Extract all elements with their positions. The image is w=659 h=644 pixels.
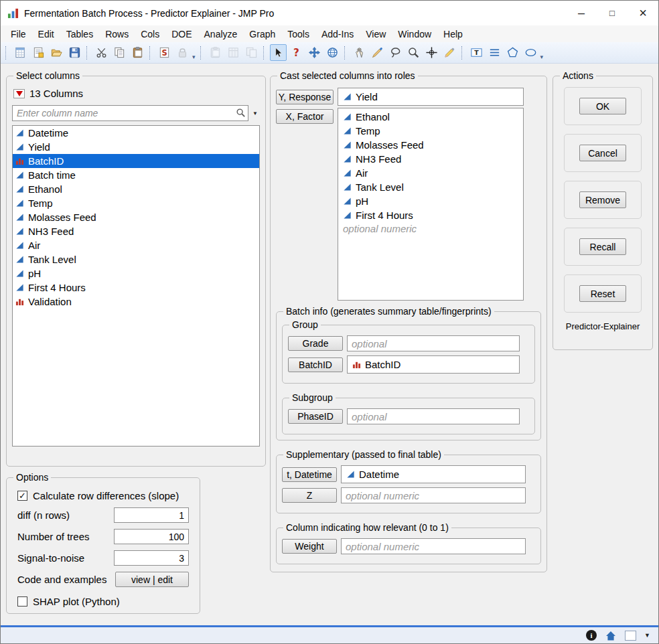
num-trees-input[interactable]: [114, 529, 189, 544]
paste-special-icon[interactable]: [207, 44, 224, 61]
column-item-batchid[interactable]: BatchID: [13, 154, 259, 168]
magnifier-tool-icon[interactable]: [405, 44, 422, 61]
paste-icon[interactable]: [129, 44, 146, 61]
column-item-nh3-feed[interactable]: NH3 Feed: [13, 224, 259, 238]
menu-analyze[interactable]: Analyze: [198, 25, 244, 42]
menu-graph[interactable]: Graph: [243, 25, 281, 42]
menu-window[interactable]: Window: [392, 25, 437, 42]
move-tool-icon[interactable]: [306, 44, 323, 61]
menu-help[interactable]: Help: [437, 25, 469, 42]
x-factor-button[interactable]: X, Factor: [276, 109, 334, 124]
grabber-tool-icon[interactable]: [351, 44, 368, 61]
menu-cols[interactable]: Cols: [135, 25, 165, 42]
weight-button[interactable]: Weight: [282, 539, 337, 554]
column-item-temp[interactable]: Temp: [13, 196, 259, 210]
oval-tool-icon[interactable]: [522, 44, 539, 61]
info-icon[interactable]: i: [586, 630, 597, 641]
y-response-box[interactable]: Yield: [338, 88, 524, 106]
x-factor-box[interactable]: EthanolTempMolasses FeedNH3 FeedAirTank …: [338, 108, 524, 301]
phaseid-box[interactable]: optional: [347, 408, 520, 424]
column-item-temp[interactable]: Temp: [340, 124, 521, 138]
lasso-tool-icon[interactable]: [387, 44, 404, 61]
signal-to-noise-input[interactable]: [114, 550, 189, 566]
run-script-icon[interactable]: S: [156, 44, 173, 61]
batchid-box[interactable]: BatchID: [347, 355, 520, 374]
remove-button[interactable]: Remove: [579, 191, 626, 208]
menu-file[interactable]: File: [5, 25, 32, 42]
column-item-batchid[interactable]: BatchID: [350, 357, 517, 372]
columns-list[interactable]: DatetimeYieldBatchIDBatch timeEthanolTem…: [12, 125, 260, 447]
help-tool-icon[interactable]: ?: [288, 44, 305, 61]
menu-view[interactable]: View: [360, 25, 392, 42]
menu-rows[interactable]: Rows: [99, 25, 135, 42]
column-item-datetime[interactable]: Datetime: [344, 467, 523, 481]
toolbar-overflow-chevron-icon[interactable]: ▾: [192, 54, 196, 60]
menu-add-ins[interactable]: Add-Ins: [315, 25, 360, 42]
weight-box[interactable]: optional numeric: [341, 538, 526, 554]
column-item-tank-level[interactable]: Tank Level: [13, 252, 259, 266]
column-item-air[interactable]: Air: [13, 238, 259, 252]
new-data-table-icon[interactable]: [12, 44, 29, 61]
menu-tables[interactable]: Tables: [60, 25, 99, 42]
lock-icon[interactable]: [174, 44, 191, 61]
close-button[interactable]: ×: [628, 1, 658, 25]
globe-tool-icon[interactable]: [324, 44, 341, 61]
text-box-tool-icon[interactable]: T: [468, 44, 485, 61]
reset-button[interactable]: Reset: [579, 285, 626, 302]
arrow-tool-icon[interactable]: [270, 44, 287, 61]
window-preview-icon[interactable]: [625, 631, 636, 641]
annotate-tool-icon[interactable]: [441, 44, 458, 61]
column-item-ethanol[interactable]: Ethanol: [340, 110, 521, 124]
brush-tool-icon[interactable]: [369, 44, 386, 61]
column-item-ph[interactable]: pH: [13, 266, 259, 280]
column-item-validation[interactable]: Validation: [13, 295, 259, 309]
copy-icon[interactable]: [111, 44, 128, 61]
save-icon[interactable]: [66, 44, 83, 61]
column-search-input[interactable]: [12, 105, 248, 121]
column-item-air[interactable]: Air: [340, 166, 521, 180]
column-item-first-4-hours[interactable]: First 4 Hours: [340, 208, 521, 222]
datetime-box[interactable]: Datetime: [341, 465, 526, 483]
column-item-yield[interactable]: Yield: [340, 90, 521, 104]
chevron-down-icon[interactable]: ▼: [644, 632, 650, 639]
diff-rows-input[interactable]: [114, 507, 189, 523]
grade-box[interactable]: optional: [347, 335, 520, 351]
column-item-first-4-hours[interactable]: First 4 Hours: [13, 280, 259, 295]
home-icon[interactable]: [605, 630, 617, 641]
phaseid-button[interactable]: PhaseID: [288, 409, 343, 424]
open-icon[interactable]: [48, 44, 65, 61]
line-tool-icon[interactable]: [486, 44, 503, 61]
polygon-tool-icon[interactable]: [504, 44, 521, 61]
cancel-button[interactable]: Cancel: [579, 145, 626, 161]
column-item-ph[interactable]: pH: [340, 194, 521, 208]
search-options-dropdown[interactable]: ▼: [250, 110, 260, 116]
ok-button[interactable]: OK: [579, 98, 626, 114]
duplicate-table-icon[interactable]: [243, 44, 260, 61]
copy-with-names-icon[interactable]: [225, 44, 242, 61]
column-item-nh3-feed[interactable]: NH3 Feed: [340, 152, 521, 166]
column-item-datetime[interactable]: Datetime: [13, 126, 259, 140]
minimize-button[interactable]: –: [566, 1, 597, 25]
z-box[interactable]: optional numeric: [341, 487, 526, 503]
column-item-tank-level[interactable]: Tank Level: [340, 180, 521, 194]
red-triangle-menu[interactable]: [13, 89, 25, 98]
column-item-molasses-feed[interactable]: Molasses Feed: [340, 138, 521, 152]
new-journal-icon[interactable]: [30, 44, 47, 61]
cut-icon[interactable]: [93, 44, 110, 61]
y-response-button[interactable]: Y, Response: [276, 90, 334, 104]
shap-checkbox[interactable]: [17, 596, 27, 607]
column-item-molasses-feed[interactable]: Molasses Feed: [13, 210, 259, 224]
row-diff-checkbox[interactable]: [17, 491, 27, 501]
column-item-yield[interactable]: Yield: [13, 140, 259, 154]
z-button[interactable]: Z: [282, 488, 337, 503]
recall-button[interactable]: Recall: [579, 238, 626, 255]
column-item-ethanol[interactable]: Ethanol: [13, 182, 259, 196]
menu-doe[interactable]: DOE: [165, 25, 198, 42]
column-item-batch-time[interactable]: Batch time: [13, 168, 259, 182]
batchid-button[interactable]: BatchID: [288, 357, 343, 372]
menu-edit[interactable]: Edit: [32, 25, 60, 42]
crosshair-tool-icon[interactable]: [423, 44, 440, 61]
toolbar-overflow-chevron-icon[interactable]: ▾: [540, 54, 544, 60]
datetime-button[interactable]: t, Datetime: [282, 467, 337, 482]
menu-tools[interactable]: Tools: [281, 25, 315, 42]
